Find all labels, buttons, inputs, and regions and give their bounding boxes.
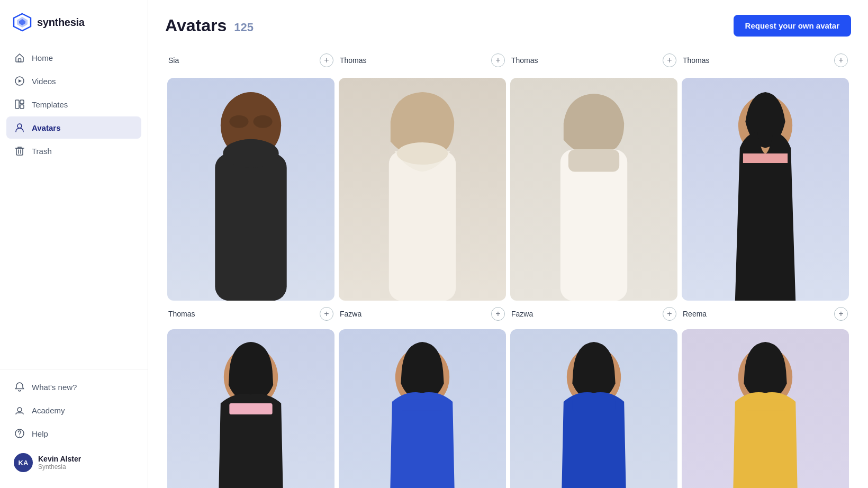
avatar-card bbox=[510, 329, 677, 488]
avatar-count: 125 bbox=[234, 21, 254, 34]
top-partial-row: Sia + Thomas + Thomas + Thomas + bbox=[165, 51, 851, 76]
svg-point-11 bbox=[17, 408, 22, 412]
avatar-name: Sia bbox=[168, 56, 179, 65]
videos-icon bbox=[14, 75, 25, 87]
user-name: Kevin Alster bbox=[38, 455, 81, 463]
table-row[interactable]: Reema + bbox=[337, 327, 508, 488]
svg-rect-26 bbox=[743, 153, 788, 163]
templates-icon bbox=[14, 98, 25, 110]
avatar-figure bbox=[167, 78, 334, 301]
sidebar-item-label-whats-new: What's new? bbox=[32, 383, 77, 392]
academy-icon bbox=[14, 404, 25, 416]
avatar-label-row: Thomas + bbox=[165, 303, 337, 323]
table-row[interactable]: Reema + bbox=[508, 327, 680, 488]
avatar-name: Thomas bbox=[340, 56, 367, 65]
table-row[interactable]: Alisha + bbox=[680, 327, 851, 488]
svg-rect-6 bbox=[15, 100, 19, 109]
logo-area[interactable]: synthesia bbox=[0, 0, 148, 42]
avatar-name: Fazwa bbox=[511, 310, 533, 318]
svg-point-16 bbox=[223, 139, 278, 168]
avatar-label-row: Reema + bbox=[680, 303, 851, 323]
avatar-figure bbox=[167, 329, 334, 488]
sidebar-item-label-academy: Academy bbox=[32, 406, 65, 415]
avatar-card bbox=[339, 329, 506, 488]
sidebar-item-avatars[interactable]: Avatars bbox=[6, 116, 141, 139]
main-content: Avatars 125 Request your own avatar Sia … bbox=[148, 0, 868, 488]
list-item: Thomas + bbox=[508, 51, 680, 76]
avatar-card bbox=[167, 78, 334, 301]
add-to-video-button[interactable]: + bbox=[834, 307, 848, 321]
avatar-figure bbox=[339, 78, 506, 301]
svg-rect-7 bbox=[20, 100, 24, 104]
avatar-card bbox=[682, 78, 849, 301]
avatar-figure bbox=[339, 329, 506, 488]
add-avatar-button[interactable]: + bbox=[834, 53, 848, 67]
avatar-grid-row1: Thomas + Fazwa + bbox=[165, 76, 851, 327]
svg-rect-3 bbox=[19, 59, 21, 62]
sidebar-item-videos[interactable]: Videos bbox=[6, 70, 141, 92]
avatars-icon bbox=[14, 122, 25, 133]
avatar-card bbox=[339, 78, 506, 301]
avatar-name: Thomas bbox=[511, 56, 538, 65]
bell-icon bbox=[14, 381, 25, 393]
sidebar-item-templates[interactable]: Templates bbox=[6, 93, 141, 115]
avatar-name: Fazwa bbox=[340, 310, 361, 318]
avatar-label-row: Fazwa + bbox=[337, 303, 508, 323]
svg-rect-20 bbox=[389, 151, 456, 301]
avatar-card bbox=[167, 329, 334, 488]
help-icon bbox=[14, 428, 25, 439]
trash-icon bbox=[14, 145, 25, 157]
svg-point-17 bbox=[229, 115, 248, 128]
table-row[interactable]: Fazwa + bbox=[508, 76, 680, 327]
sidebar-item-whats-new[interactable]: What's new? bbox=[6, 376, 141, 398]
sidebar-item-trash[interactable]: Trash bbox=[6, 140, 141, 162]
avatar-card bbox=[682, 329, 849, 488]
page-header: Avatars 125 Request your own avatar bbox=[165, 15, 851, 37]
svg-rect-30 bbox=[401, 400, 444, 411]
add-to-video-button[interactable]: + bbox=[320, 307, 333, 321]
add-avatar-button[interactable]: + bbox=[663, 53, 676, 67]
svg-rect-23 bbox=[560, 149, 627, 301]
request-avatar-button[interactable]: Request your own avatar bbox=[734, 15, 851, 37]
sidebar-item-label-avatars: Avatars bbox=[32, 123, 60, 132]
svg-rect-15 bbox=[215, 153, 286, 301]
svg-rect-28 bbox=[229, 403, 272, 414]
sidebar-bottom: What's new? Academy Help bbox=[0, 369, 148, 488]
svg-marker-5 bbox=[19, 79, 22, 83]
add-avatar-button[interactable]: + bbox=[491, 53, 505, 67]
svg-rect-32 bbox=[572, 400, 615, 411]
sidebar-item-label-videos: Videos bbox=[32, 77, 56, 86]
user-company: Synthesia bbox=[38, 463, 81, 471]
table-row[interactable]: Fazwa + bbox=[337, 76, 508, 327]
sidebar-item-help[interactable]: Help bbox=[6, 422, 141, 445]
list-item: Thomas + bbox=[680, 51, 851, 76]
add-to-video-button[interactable]: + bbox=[491, 307, 505, 321]
avatar-label-row: Fazwa + bbox=[508, 303, 680, 323]
add-avatar-button[interactable]: + bbox=[320, 53, 333, 67]
user-profile[interactable]: KA Kevin Alster Synthesia bbox=[6, 448, 141, 477]
table-row[interactable]: Thomas + bbox=[165, 76, 337, 327]
svg-rect-10 bbox=[16, 148, 23, 155]
table-row[interactable]: Reema + bbox=[165, 327, 337, 488]
avatar-grid-row2: Reema + Reema + bbox=[165, 327, 851, 488]
table-row[interactable]: Reema + bbox=[680, 76, 851, 327]
sidebar-item-academy[interactable]: Academy bbox=[6, 399, 141, 421]
sidebar-item-label-home: Home bbox=[32, 53, 53, 62]
home-icon bbox=[14, 52, 25, 64]
sidebar: synthesia Home Videos bbox=[0, 0, 148, 488]
add-to-video-button[interactable]: + bbox=[663, 307, 676, 321]
svg-point-9 bbox=[17, 124, 22, 128]
avatar-card bbox=[510, 78, 677, 301]
svg-point-13 bbox=[19, 436, 20, 436]
main-nav: Home Videos Templates bbox=[0, 42, 148, 369]
sidebar-item-label-help: Help bbox=[32, 429, 48, 438]
svg-rect-34 bbox=[744, 400, 786, 411]
sidebar-item-label-templates: Templates bbox=[32, 100, 68, 109]
logo-text: synthesia bbox=[37, 16, 85, 29]
user-initials: KA bbox=[19, 459, 29, 467]
sidebar-item-home[interactable]: Home bbox=[6, 47, 141, 69]
list-item: Sia + bbox=[165, 51, 337, 76]
user-info: Kevin Alster Synthesia bbox=[38, 455, 81, 471]
synthesia-logo-icon bbox=[13, 13, 32, 32]
avatar-name: Reema bbox=[683, 310, 707, 318]
